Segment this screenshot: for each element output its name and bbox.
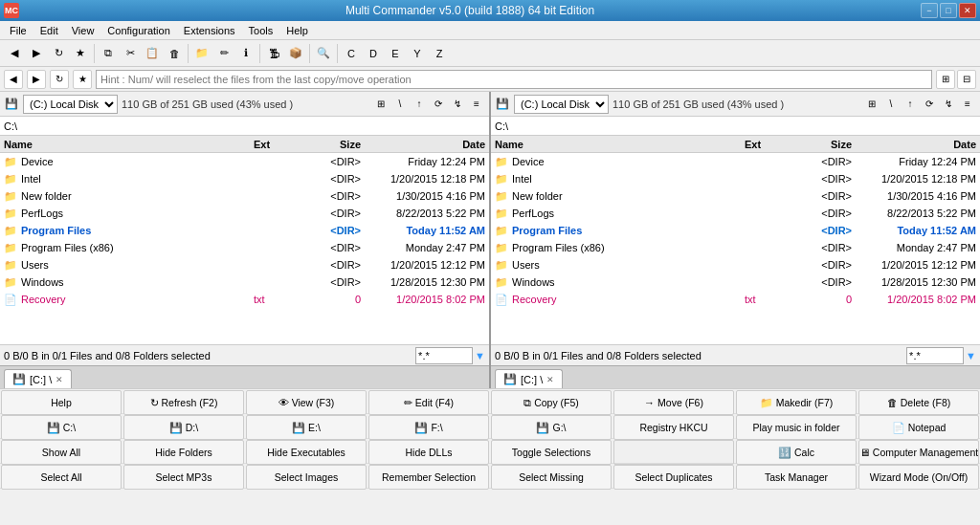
addr-refresh[interactable]: ↻ [50,70,69,89]
menu-tools[interactable]: Tools [243,23,279,38]
action-button-1[interactable]: Hide Folders [123,440,244,465]
left-col-name[interactable]: Name [0,139,250,150]
left-tab-close[interactable]: ✕ [56,375,63,384]
file-row[interactable]: 📁Users<DIR>1/20/2015 12:12 PM [491,256,980,273]
file-row[interactable]: 📁Users<DIR>1/20/2015 12:12 PM [0,256,489,273]
tb-z-drive[interactable]: Z [429,43,450,64]
tb-bookmark[interactable]: ★ [70,43,91,64]
file-row[interactable]: 📁Program Files (x86)<DIR>Monday 2:47 PM [491,239,980,256]
tb-c-drive[interactable]: C [341,43,362,64]
action-button-7[interactable]: Wizard Mode (On/Off) [858,465,979,490]
tb-delete[interactable]: 🗑 [164,43,185,64]
addr-forward[interactable]: ▶ [27,70,46,89]
action-button-0[interactable]: 💾C:\ [1,415,122,440]
file-row[interactable]: 📁Intel<DIR>1/20/2015 12:18 PM [491,170,980,187]
file-row[interactable]: 📁Device<DIR>Friday 12:24 PM [0,153,489,170]
addr-layout2[interactable]: ⊟ [957,70,976,89]
action-button-6[interactable]: 📁Makedir (F7) [736,390,857,415]
tb-paste[interactable]: 📋 [142,43,163,64]
action-button-1[interactable]: 💾D:\ [123,415,244,440]
right-panel-btn1[interactable]: ⊞ [863,96,880,113]
action-button-1[interactable]: ↻Refresh (F2) [123,390,244,415]
address-input[interactable] [96,70,932,89]
action-button-0[interactable]: Help [1,390,122,415]
file-row[interactable]: 📁Windows<DIR>1/28/2015 12:30 PM [491,273,980,291]
action-button-3[interactable]: Remember Selection [368,465,489,490]
action-button-5[interactable]: Registry HKCU [613,415,734,440]
action-button-7[interactable]: 🖥Computer Management [858,440,979,465]
action-button-0[interactable]: Select All [1,465,122,490]
tb-new-folder[interactable]: 📁 [191,43,212,64]
left-tab-1[interactable]: 💾 [C:] \ ✕ [4,369,72,388]
left-panel-btn5[interactable]: ↯ [449,96,466,113]
menu-file[interactable]: File [4,23,33,38]
tb-refresh[interactable]: ↻ [48,43,69,64]
file-row[interactable]: 📄Recoverytxt01/20/2015 8:02 PM [491,291,980,308]
left-panel-btn1[interactable]: ⊞ [372,96,390,113]
tb-search[interactable]: 🔍 [313,43,334,64]
tb-d-drive[interactable]: D [363,43,384,64]
file-row[interactable]: 📁New folder<DIR>1/30/2015 4:16 PM [0,187,489,205]
action-button-4[interactable]: Toggle Selections [491,440,612,465]
left-col-size[interactable]: Size [298,139,365,150]
tb-e-drive[interactable]: E [385,43,406,64]
right-col-ext[interactable]: Ext [741,139,789,150]
action-button-6[interactable]: Play music in folder [736,415,857,440]
action-button-4[interactable]: 💾G:\ [491,415,612,440]
right-col-date[interactable]: Date [856,139,980,150]
file-row[interactable]: 📁Device<DIR>Friday 12:24 PM [491,153,980,170]
right-filter-input[interactable] [906,347,964,364]
file-row[interactable]: 📁PerfLogs<DIR>8/22/2013 5:22 PM [0,205,489,222]
action-button-3[interactable]: Hide DLLs [368,440,489,465]
action-button-6[interactable]: 🔢Calc [736,440,857,465]
left-col-date[interactable]: Date [365,139,489,150]
action-button-5[interactable]: →Move (F6) [613,390,734,415]
action-button-2[interactable]: 💾E:\ [246,415,367,440]
right-panel-btn3[interactable]: ↑ [902,96,919,113]
action-button-0[interactable]: Show All [1,440,122,465]
right-panel-btn4[interactable]: ⟳ [921,96,938,113]
tb-props[interactable]: ℹ [235,43,256,64]
menu-extensions[interactable]: Extensions [178,23,241,38]
action-button-3[interactable]: 💾F:\ [368,415,489,440]
right-tab-1[interactable]: 💾 [C:] \ ✕ [495,369,563,388]
action-button-7[interactable]: 🗑Delete (F8) [858,390,979,415]
right-col-size[interactable]: Size [789,139,856,150]
menu-edit[interactable]: Edit [34,23,64,38]
file-row[interactable]: 📁PerfLogs<DIR>8/22/2013 5:22 PM [491,205,980,222]
file-row[interactable]: 📄Recoverytxt01/20/2015 8:02 PM [0,291,489,308]
action-button-5[interactable]: Select Duplicates [613,465,734,490]
maximize-button[interactable]: □ [940,3,957,18]
addr-back[interactable]: ◀ [4,70,23,89]
left-panel-btn4[interactable]: ⟳ [430,96,447,113]
action-button-7[interactable]: 📄Notepad [858,415,979,440]
file-row[interactable]: 📁Program Files<DIR>Today 11:52 AM [491,222,980,239]
left-panel-btn2[interactable]: \ [391,96,409,113]
action-button-4[interactable]: Select Missing [491,465,612,490]
left-filter-icon[interactable]: ▼ [475,350,485,361]
action-button-6[interactable]: Task Manager [736,465,857,490]
right-col-name[interactable]: Name [491,139,741,150]
menu-help[interactable]: Help [280,23,314,38]
action-button-2[interactable]: Select Images [246,465,367,490]
tb-copy[interactable]: ⧉ [98,43,119,64]
tb-rename[interactable]: ✏ [213,43,234,64]
left-panel-btn3[interactable]: ↑ [411,96,428,113]
right-drive-select[interactable]: (C:) Local Disk [514,95,609,114]
right-panel-btn2[interactable]: \ [882,96,900,113]
tb-y-drive[interactable]: Y [407,43,428,64]
action-button-3[interactable]: ✏Edit (F4) [368,390,489,415]
file-row[interactable]: 📁New folder<DIR>1/30/2015 4:16 PM [491,187,980,205]
right-tab-close[interactable]: ✕ [546,375,554,384]
action-button-2[interactable]: Hide Executables [246,440,367,465]
right-panel-btn5[interactable]: ↯ [940,96,957,113]
tb-back[interactable]: ◀ [4,43,25,64]
addr-layout1[interactable]: ⊞ [936,70,955,89]
tb-cut[interactable]: ✂ [120,43,141,64]
action-button-4[interactable]: ⧉Copy (F5) [491,390,612,415]
tb-archive[interactable]: 🗜 [263,43,284,64]
left-drive-select[interactable]: (C:) Local Disk [23,95,118,114]
left-col-ext[interactable]: Ext [250,139,298,150]
tb-forward[interactable]: ▶ [26,43,47,64]
tb-unarchive[interactable]: 📦 [285,43,306,64]
